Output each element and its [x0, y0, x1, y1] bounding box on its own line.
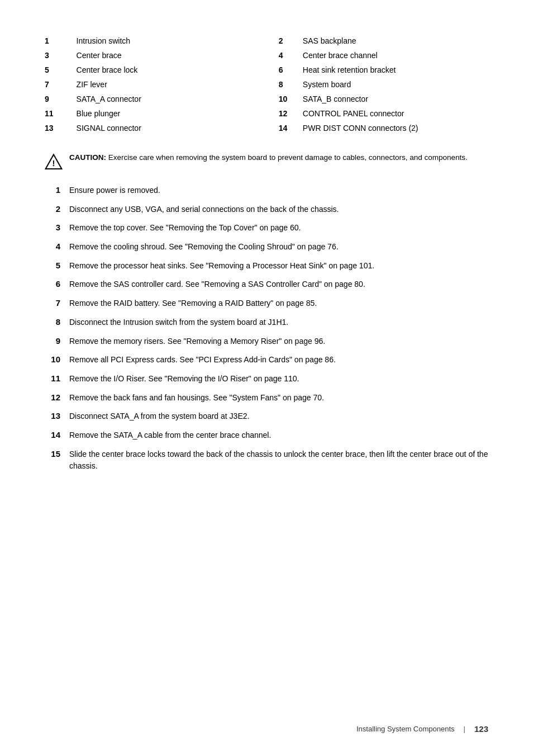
step-text: Disconnect the Intrusion switch from the… — [69, 316, 488, 329]
step-text: Remove the SATA_A cable from the center … — [69, 429, 488, 442]
caution-box: ! CAUTION: Exercise care when removing t… — [45, 152, 488, 171]
left-label: Blue plunger — [72, 106, 262, 121]
step-number: 15 — [45, 448, 60, 459]
step-item: 5 Remove the processor heat sinks. See "… — [45, 260, 488, 272]
steps-list: 1 Ensure power is removed. 2 Disconnect … — [45, 185, 488, 472]
right-num: 14 — [262, 121, 298, 135]
right-label: SAS backplane — [298, 34, 488, 48]
left-num: 11 — [45, 106, 72, 121]
step-text: Remove the back fans and fan housings. S… — [69, 392, 488, 404]
left-num: 13 — [45, 121, 72, 135]
step-number: 2 — [45, 204, 60, 214]
left-label: SATA_A connector — [72, 92, 262, 106]
left-label: Intrusion switch — [72, 34, 262, 48]
step-item: 10 Remove all PCI Express cards. See "PC… — [45, 354, 488, 366]
table-row: 5 Center brace lock 6 Heat sink retentio… — [45, 63, 488, 77]
left-num: 7 — [45, 77, 72, 92]
step-number: 10 — [45, 354, 60, 364]
caution-text: CAUTION: Exercise care when removing the… — [69, 152, 468, 163]
step-item: 15 Slide the center brace locks toward t… — [45, 448, 488, 472]
left-label: Center brace lock — [72, 63, 262, 77]
step-number: 13 — [45, 410, 60, 420]
right-label: CONTROL PANEL connector — [298, 106, 488, 121]
right-num: 8 — [262, 77, 298, 92]
step-text: Remove the SAS controller card. See "Rem… — [69, 278, 488, 291]
step-item: 4 Remove the cooling shroud. See "Removi… — [45, 241, 488, 253]
step-number: 14 — [45, 429, 60, 440]
table-row: 3 Center brace 4 Center brace channel — [45, 48, 488, 63]
left-label: Center brace — [72, 48, 262, 63]
table-row: 13 SIGNAL connector 14 PWR DIST CONN con… — [45, 121, 488, 135]
right-num: 4 — [262, 48, 298, 63]
step-item: 7 Remove the RAID battery. See "Removing… — [45, 297, 488, 310]
step-item: 1 Ensure power is removed. — [45, 185, 488, 197]
step-item: 12 Remove the back fans and fan housings… — [45, 392, 488, 404]
step-number: 7 — [45, 297, 60, 308]
step-item: 2 Disconnect any USB, VGA, and serial co… — [45, 204, 488, 216]
step-text: Remove the processor heat sinks. See "Re… — [69, 260, 488, 272]
caution-label: CAUTION: — [69, 153, 106, 162]
step-text: Remove the RAID battery. See "Removing a… — [69, 297, 488, 310]
step-number: 9 — [45, 336, 60, 346]
left-num: 1 — [45, 34, 72, 48]
step-text: Disconnect any USB, VGA, and serial conn… — [69, 204, 488, 216]
step-number: 8 — [45, 316, 60, 327]
footer-page: 123 — [474, 724, 488, 734]
component-table: 1 Intrusion switch 2 SAS backplane 3 Cen… — [45, 34, 488, 135]
right-label: PWR DIST CONN connectors (2) — [298, 121, 488, 135]
table-row: 11 Blue plunger 12 CONTROL PANEL connect… — [45, 106, 488, 121]
right-num: 2 — [262, 34, 298, 48]
step-number: 3 — [45, 222, 60, 232]
table-row: 1 Intrusion switch 2 SAS backplane — [45, 34, 488, 48]
step-text: Remove the I/O Riser. See "Removing the … — [69, 373, 488, 385]
left-num: 9 — [45, 92, 72, 106]
left-label: ZIF lever — [72, 77, 262, 92]
right-num: 12 — [262, 106, 298, 121]
right-label: Center brace channel — [298, 48, 488, 63]
table-row: 9 SATA_A connector 10 SATA_B connector — [45, 92, 488, 106]
caution-icon: ! — [45, 153, 63, 171]
left-num: 3 — [45, 48, 72, 63]
right-num: 6 — [262, 63, 298, 77]
step-number: 12 — [45, 392, 60, 402]
step-number: 5 — [45, 260, 60, 270]
step-item: 6 Remove the SAS controller card. See "R… — [45, 278, 488, 291]
step-item: 8 Disconnect the Intrusion switch from t… — [45, 316, 488, 329]
step-text: Remove all PCI Express cards. See "PCI E… — [69, 354, 488, 366]
left-num: 5 — [45, 63, 72, 77]
page-container: 1 Intrusion switch 2 SAS backplane 3 Cen… — [0, 0, 533, 756]
step-item: 13 Disconnect SATA_A from the system boa… — [45, 410, 488, 423]
step-item: 11 Remove the I/O Riser. See "Removing t… — [45, 373, 488, 385]
step-text: Ensure power is removed. — [69, 185, 488, 197]
table-row: 7 ZIF lever 8 System board — [45, 77, 488, 92]
right-label: SATA_B connector — [298, 92, 488, 106]
right-label: Heat sink retention bracket — [298, 63, 488, 77]
footer-title: Installing System Components — [356, 725, 455, 733]
step-item: 14 Remove the SATA_A cable from the cent… — [45, 429, 488, 442]
step-number: 4 — [45, 241, 60, 251]
step-item: 9 Remove the memory risers. See "Removin… — [45, 336, 488, 348]
right-num: 10 — [262, 92, 298, 106]
step-number: 6 — [45, 278, 60, 289]
caution-body: Exercise care when removing the system b… — [106, 153, 468, 162]
page-footer: Installing System Components | 123 — [356, 724, 488, 734]
step-item: 3 Remove the top cover. See "Removing th… — [45, 222, 488, 234]
step-text: Remove the memory risers. See "Removing … — [69, 336, 488, 348]
left-label: SIGNAL connector — [72, 121, 262, 135]
step-number: 1 — [45, 185, 60, 195]
step-text: Remove the top cover. See "Removing the … — [69, 222, 488, 234]
svg-text:!: ! — [53, 159, 55, 168]
step-number: 11 — [45, 373, 60, 383]
step-text: Remove the cooling shroud. See "Removing… — [69, 241, 488, 253]
footer-separator: | — [464, 725, 465, 733]
step-text: Disconnect SATA_A from the system board … — [69, 410, 488, 423]
right-label: System board — [298, 77, 488, 92]
step-text: Slide the center brace locks toward the … — [69, 448, 488, 472]
